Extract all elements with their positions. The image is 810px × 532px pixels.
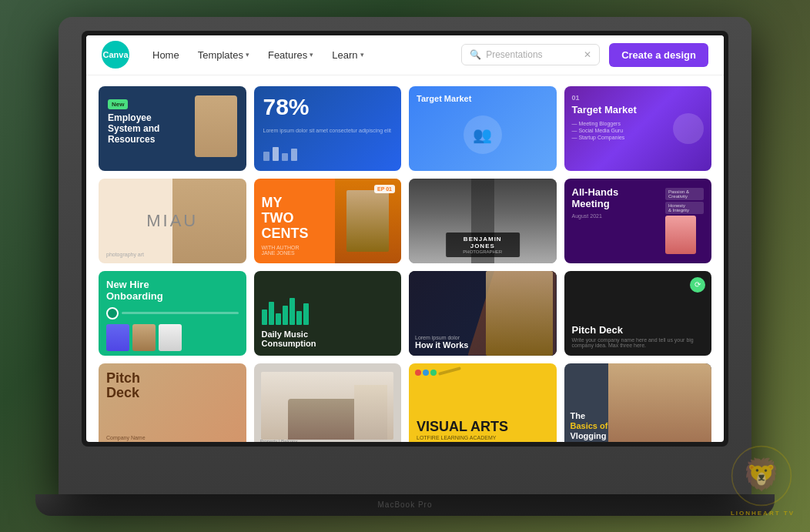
search-icon: 🔍 bbox=[470, 49, 481, 60]
template-card[interactable]: MIAU photography art bbox=[99, 179, 246, 263]
chevron-down-icon: ▾ bbox=[360, 51, 364, 59]
search-input[interactable]: Presentations bbox=[486, 49, 579, 60]
create-design-button[interactable]: Create a design bbox=[609, 43, 708, 67]
laptop-model-label: MacBook Pro bbox=[377, 500, 432, 509]
svg-text:🦁: 🦁 bbox=[742, 456, 781, 493]
nav-learn[interactable]: Learn ▾ bbox=[324, 45, 371, 65]
template-card[interactable]: MYTWOCENTS WITH AUTHORJANE JONES EP 01 bbox=[254, 179, 402, 263]
template-card[interactable]: New HireOnboarding bbox=[99, 271, 246, 356]
template-card[interactable]: Daily MusicConsumption bbox=[254, 271, 402, 356]
template-card[interactable]: TheBasics ofVlogging bbox=[564, 363, 712, 442]
canva-header: Canva Home Templates ▾ Features ▾ bbox=[86, 35, 724, 75]
canva-logo[interactable]: Canva bbox=[102, 41, 129, 69]
template-card[interactable]: PitchDeck Company Name bbox=[99, 363, 246, 442]
laptop-screen: Canva Home Templates ▾ Features ▾ bbox=[86, 35, 724, 442]
lion-icon: 🦁 bbox=[731, 445, 792, 507]
screen-bezel: Canva Home Templates ▾ Features ▾ bbox=[82, 31, 728, 447]
template-grid: New EmployeeSystem andResources 78% Lore… bbox=[86, 75, 724, 442]
search-bar[interactable]: 🔍 Presentations ✕ bbox=[461, 44, 600, 65]
laptop-shell: Canva Home Templates ▾ Features ▾ bbox=[59, 17, 751, 494]
nav-home[interactable]: Home bbox=[145, 45, 187, 65]
template-card[interactable]: New EmployeeSystem andResources bbox=[99, 86, 246, 171]
lionheart-watermark: 🦁 LIONHEART TV bbox=[731, 445, 795, 517]
template-card[interactable]: Target Market 👥 bbox=[409, 86, 557, 171]
nav-templates[interactable]: Templates ▾ bbox=[190, 45, 257, 65]
template-card[interactable]: 78% Lorem ipsum dolor sit amet consectet… bbox=[254, 86, 402, 171]
template-card[interactable]: Property | Balcony bbox=[254, 363, 402, 442]
laptop-base: MacBook Pro bbox=[35, 494, 775, 516]
chevron-down-icon: ▾ bbox=[246, 51, 249, 59]
template-card[interactable]: VISUAL ARTS LOTFIRE LEARNING ACADEMY bbox=[409, 363, 557, 442]
template-card[interactable]: ⟳ Pitch Deck Write your company name her… bbox=[564, 271, 712, 356]
template-card[interactable]: BENJAMIN JONES PHOTOGRAPHER bbox=[409, 179, 557, 263]
nav-items: Home Templates ▾ Features ▾ Learn ▾ bbox=[145, 45, 461, 65]
laptop-container: Canva Home Templates ▾ Features ▾ bbox=[35, 17, 775, 516]
template-card[interactable]: All-HandsMeeting August 2021 Passion &Cr… bbox=[564, 179, 712, 263]
close-icon[interactable]: ✕ bbox=[584, 49, 591, 60]
template-card[interactable]: Lorem ipsum dolor How it Works bbox=[409, 271, 557, 356]
template-card[interactable]: 01 Target Market — Meeting Bloggers — So… bbox=[564, 86, 712, 171]
nav-features[interactable]: Features ▾ bbox=[260, 45, 321, 65]
chevron-down-icon: ▾ bbox=[310, 51, 313, 59]
